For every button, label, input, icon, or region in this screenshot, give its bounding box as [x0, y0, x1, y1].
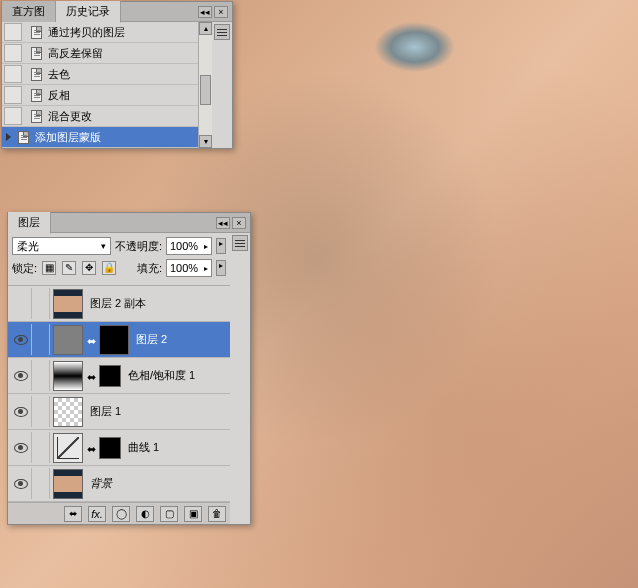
scroll-down-icon[interactable]: ▾	[199, 135, 212, 148]
layer-thumbnail[interactable]	[99, 437, 121, 459]
layer-name[interactable]: 图层 2	[136, 332, 167, 347]
lock-all-icon[interactable]: 🔒	[102, 261, 116, 275]
document-icon	[28, 24, 44, 40]
layer-row[interactable]: ⬌曲线 1	[8, 430, 230, 466]
document-icon	[28, 45, 44, 61]
history-item-label: 高反差保留	[48, 46, 103, 61]
lock-paint-icon[interactable]: ✎	[62, 261, 76, 275]
lock-label: 锁定:	[12, 261, 37, 276]
tab-history[interactable]: 历史记录	[56, 1, 121, 23]
collapse-icon[interactable]: ◂◂	[198, 6, 212, 18]
history-item[interactable]: 通过拷贝的图层	[2, 22, 212, 43]
layer-thumbnail[interactable]	[99, 325, 129, 355]
snapshot-cell[interactable]	[4, 65, 22, 83]
document-icon	[28, 108, 44, 124]
history-header: 直方图 历史记录 ◂◂ ×	[2, 2, 232, 22]
link-col[interactable]	[32, 396, 50, 427]
adjustment-icon[interactable]: ◐	[136, 506, 154, 522]
layer-row[interactable]: ⬌色相/饱和度 1	[8, 358, 230, 394]
blend-mode-dropdown[interactable]: 柔光 ▾	[12, 237, 111, 255]
tab-layers[interactable]: 图层	[8, 212, 51, 234]
link-col[interactable]	[32, 324, 50, 355]
layer-row[interactable]: ⬌图层 2	[8, 322, 230, 358]
layer-name[interactable]: 背景	[90, 476, 112, 491]
eye-icon	[14, 371, 28, 381]
mask-icon[interactable]: ◯	[112, 506, 130, 522]
layer-list: 图层 2 副本⬌图层 2⬌色相/饱和度 1图层 1⬌曲线 1背景	[8, 286, 230, 502]
snapshot-cell[interactable]	[4, 107, 22, 125]
visibility-toggle[interactable]	[10, 360, 32, 391]
panel-menu-icon[interactable]	[214, 24, 230, 40]
visibility-toggle[interactable]	[10, 324, 32, 355]
link-col[interactable]	[32, 432, 50, 463]
history-item[interactable]: 去色	[2, 64, 212, 85]
layer-row[interactable]: 背景	[8, 466, 230, 502]
layer-thumbnail[interactable]	[53, 325, 83, 355]
trash-icon[interactable]: 🗑	[208, 506, 226, 522]
tab-histogram[interactable]: 直方图	[2, 1, 56, 22]
lock-transparency-icon[interactable]: ▦	[42, 261, 56, 275]
fill-label: 填充:	[137, 261, 162, 276]
link-col[interactable]	[32, 360, 50, 391]
layer-thumbnail[interactable]	[53, 289, 83, 319]
blend-mode-value: 柔光	[17, 239, 39, 254]
mask-link-icon[interactable]: ⬌	[86, 443, 96, 453]
eye-icon	[14, 407, 28, 417]
layers-panel: 图层 ◂◂ × 柔光 ▾ 不透明度: 100%▸ ▸ 锁定: ▦	[7, 212, 251, 525]
link-col[interactable]	[32, 288, 50, 319]
history-item[interactable]: 混合更改	[2, 106, 212, 127]
visibility-toggle[interactable]	[10, 468, 32, 499]
new-layer-icon[interactable]: ▣	[184, 506, 202, 522]
opacity-input[interactable]: 100%▸	[166, 237, 212, 255]
snapshot-cell[interactable]	[4, 44, 22, 62]
visibility-toggle[interactable]	[10, 396, 32, 427]
history-item[interactable]: 高反差保留	[2, 43, 212, 64]
link-col[interactable]	[32, 468, 50, 499]
visibility-toggle[interactable]	[10, 288, 32, 319]
history-item-label: 添加图层蒙版	[35, 130, 101, 145]
opacity-label: 不透明度:	[115, 239, 162, 254]
eye-icon	[14, 443, 28, 453]
scroll-up-icon[interactable]: ▴	[199, 22, 212, 35]
lock-position-icon[interactable]: ✥	[82, 261, 96, 275]
document-icon	[28, 87, 44, 103]
history-item-label: 通过拷贝的图层	[48, 25, 125, 40]
collapse-icon[interactable]: ◂◂	[216, 217, 230, 229]
fill-input[interactable]: 100%▸	[166, 259, 212, 277]
layer-thumbnail[interactable]	[53, 469, 83, 499]
snapshot-cell[interactable]	[4, 23, 22, 41]
snapshot-cell[interactable]	[4, 86, 22, 104]
mask-link-icon[interactable]: ⬌	[86, 371, 96, 381]
layer-name[interactable]: 色相/饱和度 1	[128, 368, 195, 383]
visibility-toggle[interactable]	[10, 432, 32, 463]
layer-name[interactable]: 图层 2 副本	[90, 296, 146, 311]
current-step-icon	[6, 133, 11, 141]
panel-menu-icon[interactable]	[232, 235, 248, 251]
layer-thumbnail[interactable]	[53, 361, 83, 391]
fx-icon[interactable]: fx.	[88, 506, 106, 522]
layer-row[interactable]: 图层 1	[8, 394, 230, 430]
layer-name[interactable]: 图层 1	[90, 404, 121, 419]
fill-slider-icon[interactable]: ▸	[216, 260, 226, 276]
layer-thumbnail[interactable]	[53, 433, 83, 463]
opacity-slider-icon[interactable]: ▸	[216, 238, 226, 254]
close-icon[interactable]: ×	[232, 217, 246, 229]
layer-thumbnail[interactable]	[53, 397, 83, 427]
layer-thumbnail[interactable]	[99, 365, 121, 387]
link-layers-icon[interactable]: ⬌	[64, 506, 82, 522]
history-item[interactable]: 反相	[2, 85, 212, 106]
scroll-thumb[interactable]	[200, 75, 211, 105]
history-item-label: 混合更改	[48, 109, 92, 124]
layer-controls: 柔光 ▾ 不透明度: 100%▸ ▸ 锁定: ▦ ✎ ✥ 🔒 填充: 100%▸	[8, 233, 230, 286]
mask-link-icon[interactable]: ⬌	[86, 335, 96, 345]
group-icon[interactable]: ▢	[160, 506, 178, 522]
document-icon	[28, 66, 44, 82]
history-item-label: 反相	[48, 88, 70, 103]
history-item[interactable]: 添加图层蒙版	[2, 127, 212, 148]
chevron-down-icon: ▾	[101, 241, 106, 251]
layer-row[interactable]: 图层 2 副本	[8, 286, 230, 322]
scrollbar[interactable]: ▴▾	[198, 22, 212, 148]
close-icon[interactable]: ×	[214, 6, 228, 18]
layer-name[interactable]: 曲线 1	[128, 440, 159, 455]
history-item-label: 去色	[48, 67, 70, 82]
